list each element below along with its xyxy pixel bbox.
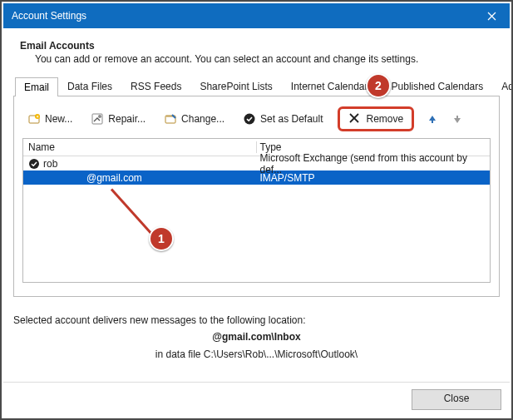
col-header-name[interactable]: Name bbox=[23, 141, 257, 153]
svg-point-11 bbox=[29, 159, 39, 169]
remove-button[interactable]: Remove bbox=[338, 106, 414, 131]
svg-point-8 bbox=[244, 114, 255, 125]
data-file-path: in data file C:\Users\Rob\...\Microsoft\… bbox=[13, 346, 500, 363]
svg-text:✶: ✶ bbox=[36, 114, 39, 119]
change-label: Change... bbox=[181, 113, 224, 125]
table-row[interactable]: rob Microsoft Exchange (send from this a… bbox=[23, 156, 490, 170]
annotation-badge-2: 2 bbox=[366, 73, 391, 98]
remove-label: Remove bbox=[366, 113, 403, 125]
dialog-buttons: Close bbox=[3, 382, 510, 417]
account-type: IMAP/SMTP bbox=[257, 172, 491, 184]
close-icon bbox=[487, 12, 496, 21]
tabs: Email Data Files RSS Feeds SharePoint Li… bbox=[13, 77, 500, 96]
table-row[interactable]: @gmail.com IMAP/SMTP bbox=[23, 170, 490, 185]
section-subtitle: You can add or remove an account. You ca… bbox=[35, 53, 500, 65]
account-name: rob bbox=[43, 158, 57, 170]
tab-address-books[interactable]: Address Books bbox=[492, 77, 513, 96]
tab-rss-feeds[interactable]: RSS Feeds bbox=[121, 77, 190, 96]
footer-intro: Selected account delivers new messages t… bbox=[13, 312, 500, 329]
window-title: Account Settings bbox=[12, 10, 86, 22]
footer-info: Selected account delivers new messages t… bbox=[13, 312, 500, 363]
tab-data-files[interactable]: Data Files bbox=[58, 77, 121, 96]
repair-label: Repair... bbox=[108, 113, 146, 125]
accounts-list: Name Type rob bbox=[22, 138, 491, 283]
tab-email[interactable]: Email bbox=[15, 77, 58, 96]
new-label: New... bbox=[45, 113, 72, 125]
default-account-icon bbox=[28, 158, 40, 170]
titlebar: Account Settings bbox=[3, 3, 510, 28]
check-circle-icon bbox=[243, 112, 256, 126]
svg-point-6 bbox=[98, 115, 101, 118]
new-icon: ✶ bbox=[27, 112, 41, 126]
account-name: @gmail.com bbox=[86, 172, 142, 184]
set-default-label: Set as Default bbox=[260, 113, 323, 125]
repair-icon bbox=[91, 112, 104, 126]
delivery-location: @gmail.com\Inbox bbox=[212, 331, 300, 343]
arrow-up-icon bbox=[427, 114, 437, 124]
new-button[interactable]: ✶ New... bbox=[24, 111, 76, 127]
move-up-button[interactable] bbox=[426, 112, 439, 126]
section-title: Email Accounts bbox=[20, 40, 500, 52]
tab-panel-email: ✶ New... Repair... bbox=[13, 96, 500, 297]
move-down-button[interactable] bbox=[451, 112, 464, 126]
repair-button[interactable]: Repair... bbox=[87, 111, 149, 127]
remove-icon bbox=[348, 112, 362, 126]
tab-sharepoint-lists[interactable]: SharePoint Lists bbox=[190, 77, 281, 96]
arrow-down-icon bbox=[452, 114, 462, 124]
annotation-badge-1: 1 bbox=[149, 226, 174, 251]
toolbar: ✶ New... Repair... bbox=[22, 105, 491, 138]
change-icon bbox=[164, 112, 177, 126]
window-close-button[interactable] bbox=[473, 3, 510, 28]
change-button[interactable]: Change... bbox=[160, 111, 228, 127]
tab-published-calendars[interactable]: Published Calendars bbox=[382, 77, 493, 96]
set-default-button[interactable]: Set as Default bbox=[239, 111, 326, 127]
account-settings-window: Account Settings Email Accounts You can … bbox=[3, 3, 510, 417]
close-button[interactable]: Close bbox=[412, 389, 501, 410]
